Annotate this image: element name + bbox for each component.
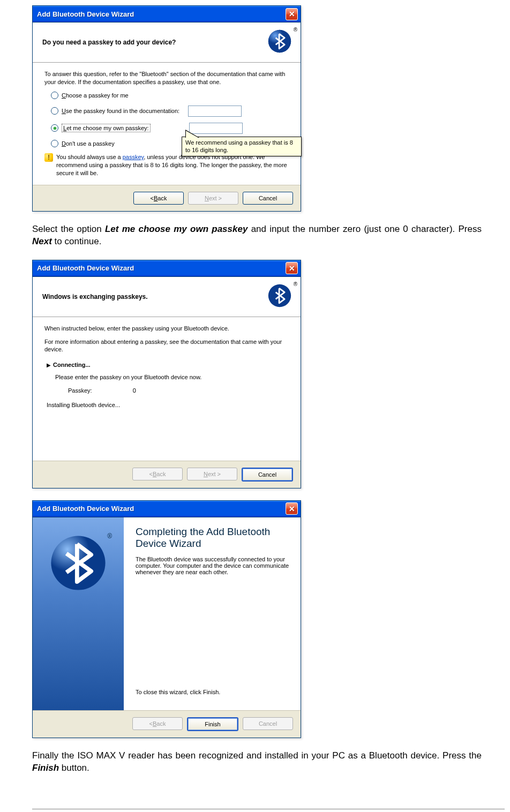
dialog-exchanging-passkeys: Add Bluetooth Device Wizard ✕ Windows is… xyxy=(32,260,301,488)
radio-choose-for-me[interactable] xyxy=(51,92,58,99)
passkey-value: 0 xyxy=(133,387,136,394)
window-title: Add Bluetooth Device Wizard xyxy=(37,10,134,18)
wizard-heading: Windows is exchanging passkeys. xyxy=(42,293,148,300)
cancel-button[interactable]: Cancel xyxy=(242,468,293,482)
wizard-heading: Do you need a passkey to add your device… xyxy=(42,39,176,46)
bluetooth-icon: ® xyxy=(267,29,294,56)
tooltip-passkey-recommendation: We recommend using a passkey that is 8 t… xyxy=(182,137,302,156)
info-text: You should always use a passkey, unless … xyxy=(56,153,289,177)
titlebar: Add Bluetooth Device Wizard ✕ xyxy=(33,501,301,517)
intro-text: To answer this question, refer to the "B… xyxy=(44,70,289,86)
info-icon: ! xyxy=(44,153,53,162)
titlebar: Add Bluetooth Device Wizard ✕ xyxy=(33,260,301,277)
wizard-content: When instructed below, enter the passkey… xyxy=(33,317,301,461)
wizard-header: Windows is exchanging passkeys. ® xyxy=(33,277,301,317)
close-icon[interactable]: ✕ xyxy=(286,262,298,274)
arrow-icon: ▶ xyxy=(47,362,51,368)
dialog-passkey-options: Add Bluetooth Device Wizard ✕ Do you nee… xyxy=(32,5,301,212)
connecting-label: Connecting... xyxy=(53,362,91,368)
line-1: When instructed below, enter the passkey… xyxy=(44,325,289,333)
radio-label: Use the passkey found in the documentati… xyxy=(62,107,185,115)
cancel-button: Cancel xyxy=(243,717,293,730)
titlebar: Add Bluetooth Device Wizard ✕ xyxy=(33,6,301,22)
window-title: Add Bluetooth Device Wizard xyxy=(37,505,134,513)
radio-label: Choose a passkey for me xyxy=(62,92,129,100)
close-icon[interactable]: ✕ xyxy=(286,502,298,515)
info-row: ! You should always use a passkey, unles… xyxy=(44,153,289,177)
passkey-label: Passkey: xyxy=(68,387,92,394)
radio-no-passkey[interactable] xyxy=(51,140,58,147)
dialog-completing-wizard: Add Bluetooth Device Wizard ✕ ® Completi… xyxy=(32,500,301,738)
registered-mark: ® xyxy=(107,532,112,540)
next-button[interactable]: Next > xyxy=(188,192,238,205)
back-button[interactable]: < Back xyxy=(133,192,184,205)
instruction-text: Please enter the passkey on your Bluetoo… xyxy=(55,373,289,381)
complete-body-text: The Bluetooth device was successfully co… xyxy=(136,556,290,575)
line-2: For more information about entering a pa… xyxy=(44,338,289,354)
registered-mark: ® xyxy=(294,281,297,287)
back-button: < Back xyxy=(132,468,183,480)
complete-heading: Completing the Add Bluetooth Device Wiza… xyxy=(136,526,290,550)
instruction-paragraph-2: Finally the ISO MAX V reader has been re… xyxy=(32,750,482,775)
page-footer: ISO MAX V Manual – v. 1.0 – july 2008 17 xyxy=(32,809,505,812)
back-button: < Back xyxy=(132,717,183,730)
close-instruction: To close this wizard, click Finish. xyxy=(136,689,290,695)
window-title: Add Bluetooth Device Wizard xyxy=(37,264,134,272)
next-button: Next > xyxy=(187,468,237,480)
radio-label: Don't use a passkey xyxy=(62,140,115,148)
wizard-side-graphic: ® xyxy=(33,517,124,710)
radio-own-passkey[interactable] xyxy=(51,124,58,132)
instruction-paragraph-1: Select the option Let me choose my own p… xyxy=(32,223,482,248)
passkey-link[interactable]: passkey xyxy=(123,154,144,160)
wizard-content: To answer this question, refer to the "B… xyxy=(33,63,301,185)
radio-use-documentation[interactable] xyxy=(51,107,58,115)
passkey-input-doc[interactable] xyxy=(188,106,242,117)
bluetooth-icon: ® xyxy=(267,283,294,310)
wizard-header: Do you need a passkey to add your device… xyxy=(33,22,301,63)
radio-label-selected: Let me choose my own passkey: xyxy=(62,124,151,133)
cancel-button[interactable]: Cancel xyxy=(243,192,293,205)
close-icon[interactable]: ✕ xyxy=(286,8,298,20)
installing-label: Installing Bluetooth device... xyxy=(47,401,289,409)
registered-mark: ® xyxy=(294,27,297,33)
finish-button[interactable]: Finish xyxy=(187,717,238,731)
